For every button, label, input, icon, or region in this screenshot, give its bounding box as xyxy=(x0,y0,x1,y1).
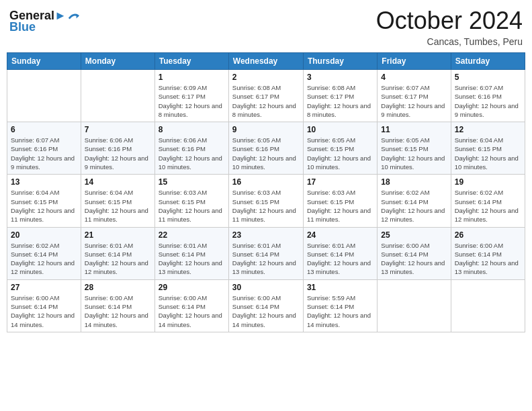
day-number: 19 xyxy=(455,177,521,187)
day-number: 1 xyxy=(159,73,225,82)
col-sunday: Sunday xyxy=(7,53,81,70)
day-number: 3 xyxy=(307,73,373,82)
calendar-cell: 1Sunrise: 6:09 AMSunset: 6:17 PMDaylight… xyxy=(154,70,228,122)
day-info: Sunrise: 6:01 AMSunset: 6:14 PMDaylight:… xyxy=(307,241,373,277)
calendar-cell: 21Sunrise: 6:01 AMSunset: 6:14 PMDayligh… xyxy=(81,227,154,279)
col-tuesday: Tuesday xyxy=(154,53,228,70)
day-number: 24 xyxy=(307,230,373,240)
day-number: 26 xyxy=(455,230,521,240)
calendar-cell: 5Sunrise: 6:07 AMSunset: 6:16 PMDaylight… xyxy=(451,70,525,122)
day-info: Sunrise: 6:07 AMSunset: 6:16 PMDaylight:… xyxy=(11,136,77,171)
calendar-week-1: 1Sunrise: 6:09 AMSunset: 6:17 PMDaylight… xyxy=(7,70,525,122)
day-info: Sunrise: 6:08 AMSunset: 6:17 PMDaylight:… xyxy=(307,83,373,119)
calendar-cell: 18Sunrise: 6:02 AMSunset: 6:14 PMDayligh… xyxy=(378,175,451,227)
calendar-cell: 23Sunrise: 6:01 AMSunset: 6:14 PMDayligh… xyxy=(228,227,303,279)
day-number: 15 xyxy=(159,177,225,187)
calendar-cell: 13Sunrise: 6:04 AMSunset: 6:15 PMDayligh… xyxy=(7,175,81,227)
col-wednesday: Wednesday xyxy=(228,53,303,70)
day-number: 31 xyxy=(307,283,373,292)
day-number: 9 xyxy=(232,125,300,134)
day-number: 16 xyxy=(232,177,300,187)
day-info: Sunrise: 6:00 AMSunset: 6:14 PMDaylight:… xyxy=(381,241,447,277)
day-number: 12 xyxy=(455,125,521,134)
day-number: 18 xyxy=(381,177,447,187)
calendar-cell xyxy=(451,279,525,332)
day-info: Sunrise: 6:07 AMSunset: 6:16 PMDaylight:… xyxy=(455,83,521,119)
calendar-cell xyxy=(378,279,451,332)
calendar-cell: 12Sunrise: 6:04 AMSunset: 6:15 PMDayligh… xyxy=(451,122,525,175)
calendar-cell: 14Sunrise: 6:04 AMSunset: 6:15 PMDayligh… xyxy=(81,175,154,227)
calendar-cell: 29Sunrise: 6:00 AMSunset: 6:14 PMDayligh… xyxy=(154,279,228,332)
day-info: Sunrise: 6:00 AMSunset: 6:14 PMDaylight:… xyxy=(232,293,300,329)
day-info: Sunrise: 6:00 AMSunset: 6:14 PMDaylight:… xyxy=(11,293,77,329)
day-info: Sunrise: 6:03 AMSunset: 6:15 PMDaylight:… xyxy=(159,188,225,224)
calendar-cell: 16Sunrise: 6:03 AMSunset: 6:15 PMDayligh… xyxy=(228,175,303,227)
calendar-cell: 7Sunrise: 6:06 AMSunset: 6:16 PMDaylight… xyxy=(81,122,154,175)
calendar-cell xyxy=(81,70,154,122)
day-info: Sunrise: 6:04 AMSunset: 6:15 PMDaylight:… xyxy=(85,188,151,224)
logo-icon xyxy=(68,10,80,22)
col-saturday: Saturday xyxy=(451,53,525,70)
day-number: 13 xyxy=(11,177,77,187)
day-number: 22 xyxy=(159,230,225,240)
day-info: Sunrise: 6:07 AMSunset: 6:17 PMDaylight:… xyxy=(381,83,447,119)
day-number: 29 xyxy=(159,283,225,292)
calendar-header-row: Sunday Monday Tuesday Wednesday Thursday… xyxy=(7,53,525,70)
calendar-cell: 22Sunrise: 6:01 AMSunset: 6:14 PMDayligh… xyxy=(154,227,228,279)
day-info: Sunrise: 6:08 AMSunset: 6:17 PMDaylight:… xyxy=(232,83,300,119)
day-info: Sunrise: 6:00 AMSunset: 6:14 PMDaylight:… xyxy=(455,241,521,277)
day-number: 20 xyxy=(11,230,77,240)
calendar-cell: 2Sunrise: 6:08 AMSunset: 6:17 PMDaylight… xyxy=(228,70,303,122)
calendar-cell: 24Sunrise: 6:01 AMSunset: 6:14 PMDayligh… xyxy=(303,227,377,279)
day-number: 30 xyxy=(232,283,300,292)
calendar-cell: 31Sunrise: 5:59 AMSunset: 6:14 PMDayligh… xyxy=(303,279,377,332)
day-info: Sunrise: 6:01 AMSunset: 6:14 PMDaylight:… xyxy=(85,241,151,277)
day-number: 4 xyxy=(381,73,447,82)
calendar-cell: 10Sunrise: 6:05 AMSunset: 6:15 PMDayligh… xyxy=(303,122,377,175)
calendar-cell: 9Sunrise: 6:05 AMSunset: 6:16 PMDaylight… xyxy=(228,122,303,175)
day-info: Sunrise: 6:06 AMSunset: 6:16 PMDaylight:… xyxy=(85,136,151,171)
day-number: 10 xyxy=(307,125,373,134)
calendar-cell: 3Sunrise: 6:08 AMSunset: 6:17 PMDaylight… xyxy=(303,70,377,122)
calendar-cell: 8Sunrise: 6:06 AMSunset: 6:16 PMDaylight… xyxy=(154,122,228,175)
calendar-week-5: 27Sunrise: 6:00 AMSunset: 6:14 PMDayligh… xyxy=(7,279,525,332)
calendar-cell: 27Sunrise: 6:00 AMSunset: 6:14 PMDayligh… xyxy=(7,279,81,332)
calendar-cell: 30Sunrise: 6:00 AMSunset: 6:14 PMDayligh… xyxy=(228,279,303,332)
calendar-cell: 11Sunrise: 6:05 AMSunset: 6:15 PMDayligh… xyxy=(378,122,451,175)
day-info: Sunrise: 6:05 AMSunset: 6:15 PMDaylight:… xyxy=(307,136,373,171)
day-info: Sunrise: 6:00 AMSunset: 6:14 PMDaylight:… xyxy=(159,293,225,329)
day-number: 5 xyxy=(455,73,521,82)
calendar: Sunday Monday Tuesday Wednesday Thursday… xyxy=(7,52,525,332)
calendar-cell xyxy=(7,70,81,122)
day-info: Sunrise: 6:05 AMSunset: 6:15 PMDaylight:… xyxy=(381,136,447,171)
day-info: Sunrise: 6:03 AMSunset: 6:15 PMDaylight:… xyxy=(232,188,300,224)
day-info: Sunrise: 6:00 AMSunset: 6:14 PMDaylight:… xyxy=(85,293,151,329)
calendar-week-2: 6Sunrise: 6:07 AMSunset: 6:16 PMDaylight… xyxy=(7,122,525,175)
day-info: Sunrise: 6:03 AMSunset: 6:15 PMDaylight:… xyxy=(307,188,373,224)
day-number: 27 xyxy=(11,283,77,292)
col-monday: Monday xyxy=(81,53,154,70)
day-number: 21 xyxy=(85,230,151,240)
day-number: 7 xyxy=(85,125,151,134)
day-number: 2 xyxy=(232,73,300,82)
day-info: Sunrise: 6:02 AMSunset: 6:14 PMDaylight:… xyxy=(11,241,77,277)
calendar-cell: 20Sunrise: 6:02 AMSunset: 6:14 PMDayligh… xyxy=(7,227,81,279)
day-number: 14 xyxy=(85,177,151,187)
day-number: 25 xyxy=(381,230,447,240)
col-friday: Friday xyxy=(378,53,451,70)
calendar-cell: 19Sunrise: 6:02 AMSunset: 6:14 PMDayligh… xyxy=(451,175,525,227)
day-info: Sunrise: 6:04 AMSunset: 6:15 PMDaylight:… xyxy=(11,188,77,224)
day-number: 6 xyxy=(11,125,77,134)
calendar-cell: 26Sunrise: 6:00 AMSunset: 6:14 PMDayligh… xyxy=(451,227,525,279)
calendar-cell: 15Sunrise: 6:03 AMSunset: 6:15 PMDayligh… xyxy=(154,175,228,227)
calendar-cell: 25Sunrise: 6:00 AMSunset: 6:14 PMDayligh… xyxy=(378,227,451,279)
day-info: Sunrise: 6:05 AMSunset: 6:16 PMDaylight:… xyxy=(232,136,300,171)
day-info: Sunrise: 5:59 AMSunset: 6:14 PMDaylight:… xyxy=(307,293,373,329)
day-number: 11 xyxy=(381,125,447,134)
calendar-week-3: 13Sunrise: 6:04 AMSunset: 6:15 PMDayligh… xyxy=(7,175,525,227)
calendar-cell: 6Sunrise: 6:07 AMSunset: 6:16 PMDaylight… xyxy=(7,122,81,175)
day-number: 23 xyxy=(232,230,300,240)
location-title: Cancas, Tumbes, Peru xyxy=(376,36,523,47)
day-number: 17 xyxy=(307,177,373,187)
day-number: 28 xyxy=(85,283,151,292)
